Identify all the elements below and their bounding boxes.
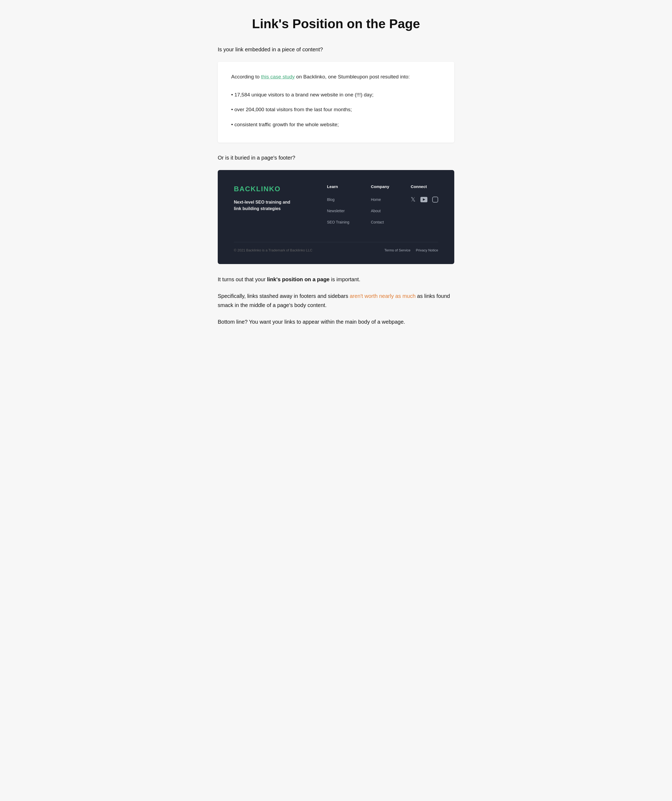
footer-company-contact[interactable]: Contact xyxy=(371,217,389,226)
paragraph-1: It turns out that your link's position o… xyxy=(218,275,454,284)
intro-question: Is your link embedded in a piece of cont… xyxy=(218,45,454,54)
footer-connect-heading: Connect xyxy=(411,183,438,190)
privacy-notice-link[interactable]: Privacy Notice xyxy=(416,248,438,253)
bullet-item-2: over 204,000 total visitors from the las… xyxy=(231,102,441,117)
footer-company-links: Home About Contact xyxy=(371,195,389,226)
footer-main-row: BACKLINKO Next-level SEO training and li… xyxy=(234,183,438,242)
footer-company-about[interactable]: About xyxy=(371,206,389,215)
footer-learn-heading: Learn xyxy=(327,183,349,190)
page-container: Link's Position on the Page Is your link… xyxy=(207,0,465,355)
second-question: Or is it buried in a page's footer? xyxy=(218,153,454,162)
footer-bottom-bar: © 2021 Backlinko is a Trademark of Backl… xyxy=(234,242,438,253)
excerpt-intro-text: According to xyxy=(231,74,261,79)
page-title: Link's Position on the Page xyxy=(218,16,454,32)
footer-social-icons: 𝕏 ▶ xyxy=(411,195,438,204)
footer-brand-name: BACKLINKO xyxy=(234,183,298,195)
bullet-list: 17,584 unique visitors to a brand new we… xyxy=(231,87,441,132)
main-content: It turns out that your link's position o… xyxy=(218,275,454,327)
twitter-icon[interactable]: 𝕏 xyxy=(411,195,416,204)
footer-left-section: BACKLINKO Next-level SEO training and li… xyxy=(234,183,298,242)
footer-learn-seo-training[interactable]: SEO Training xyxy=(327,217,349,226)
footer-screenshot-box: BACKLINKO Next-level SEO training and li… xyxy=(218,170,454,264)
footer-company-home[interactable]: Home xyxy=(371,195,389,203)
footer-learn-links: Blog Newsletter SEO Training xyxy=(327,195,349,226)
para1-start: It turns out that your xyxy=(218,277,267,282)
bullet-item-3: consistent traffic growth for the whole … xyxy=(231,117,441,132)
content-excerpt-box: According to this case study on Backlink… xyxy=(218,62,454,143)
case-study-link[interactable]: this case study xyxy=(261,74,295,79)
paragraph-2: Specifically, links stashed away in foot… xyxy=(218,291,454,310)
worth-link[interactable]: aren't worth nearly as much xyxy=(350,293,416,299)
footer-nav-columns: Learn Blog Newsletter SEO Training Compa… xyxy=(327,183,438,228)
para2-start: Specifically, links stashed away in foot… xyxy=(218,293,350,299)
excerpt-intro-rest: on Backlinko, one Stumbleupon post resul… xyxy=(295,74,410,79)
footer-brand-tagline: Next-level SEO training and link buildin… xyxy=(234,199,298,212)
footer-col-learn: Learn Blog Newsletter SEO Training xyxy=(327,183,349,228)
para1-bold: link's position on a page xyxy=(267,277,330,282)
instagram-icon[interactable] xyxy=(432,196,438,203)
footer-col-connect: Connect 𝕏 ▶ xyxy=(411,183,438,228)
footer-learn-blog[interactable]: Blog xyxy=(327,195,349,203)
footer-copyright: © 2021 Backlinko is a Trademark of Backl… xyxy=(234,248,313,253)
para1-end: is important. xyxy=(330,277,360,282)
footer-col-company: Company Home About Contact xyxy=(371,183,389,228)
excerpt-intro: According to this case study on Backlink… xyxy=(231,72,441,81)
footer-learn-newsletter[interactable]: Newsletter xyxy=(327,206,349,215)
footer-company-heading: Company xyxy=(371,183,389,190)
footer-legal-links: Terms of Service Privacy Notice xyxy=(384,248,438,253)
paragraph-3: Bottom line? You want your links to appe… xyxy=(218,317,454,327)
youtube-icon[interactable]: ▶ xyxy=(421,197,427,202)
bullet-item-1: 17,584 unique visitors to a brand new we… xyxy=(231,87,441,102)
terms-of-service-link[interactable]: Terms of Service xyxy=(384,248,411,253)
